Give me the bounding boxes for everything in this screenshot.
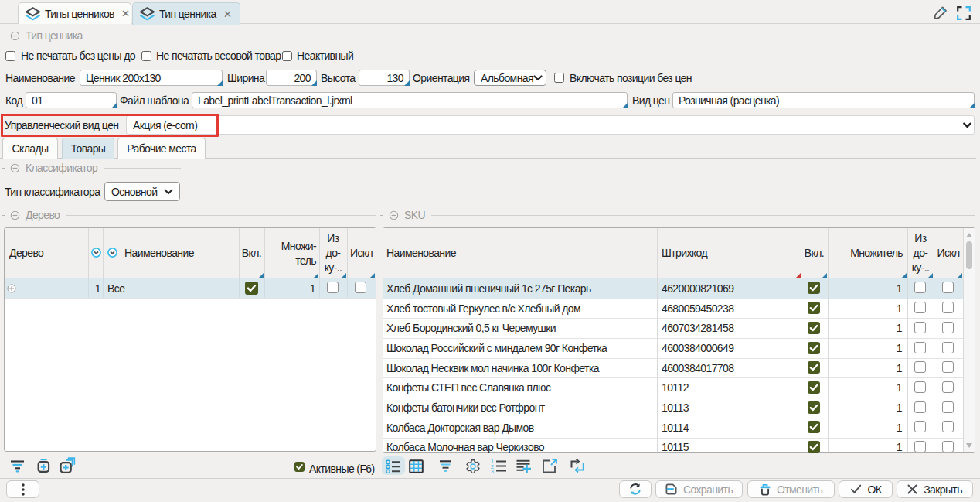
- svg-text:3: 3: [491, 469, 494, 473]
